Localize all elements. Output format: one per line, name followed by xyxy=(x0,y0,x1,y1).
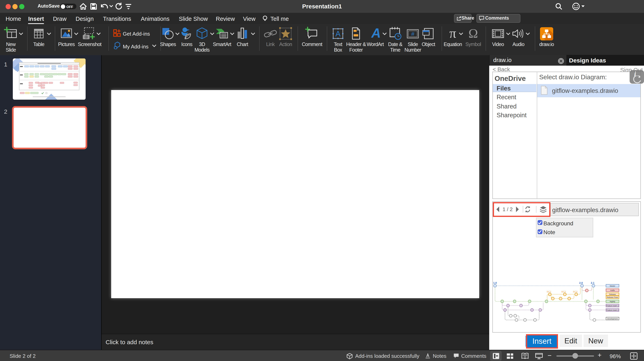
svg-text:#: # xyxy=(411,31,414,37)
svg-text:RC2: RC2 xyxy=(561,290,566,293)
svg-text:A: A xyxy=(336,30,340,38)
svg-text:1.0: 1.0 xyxy=(493,281,496,284)
svg-text:2.1: 2.1 xyxy=(590,281,594,284)
svg-text:π: π xyxy=(450,27,456,41)
svg-text:Feature team 1: Feature team 1 xyxy=(606,305,618,307)
svg-text:Hotfix: Hotfix xyxy=(610,289,615,291)
svg-text:Release: Release xyxy=(609,293,616,295)
svg-text:A: A xyxy=(371,27,381,41)
svg-text:Master: Master xyxy=(610,285,615,287)
svg-text:Development: Development xyxy=(607,318,618,320)
svg-text:RC3: RC3 xyxy=(573,290,577,293)
svg-text:Release Fixes: Release Fixes xyxy=(606,296,618,298)
svg-text:Feature team 2: Feature team 2 xyxy=(606,309,618,311)
svg-text:Ω: Ω xyxy=(468,27,478,41)
svg-text:RC1: RC1 xyxy=(546,290,551,293)
svg-text:Nightly: Nightly xyxy=(610,300,615,302)
svg-text:2.0: 2.0 xyxy=(579,281,582,284)
